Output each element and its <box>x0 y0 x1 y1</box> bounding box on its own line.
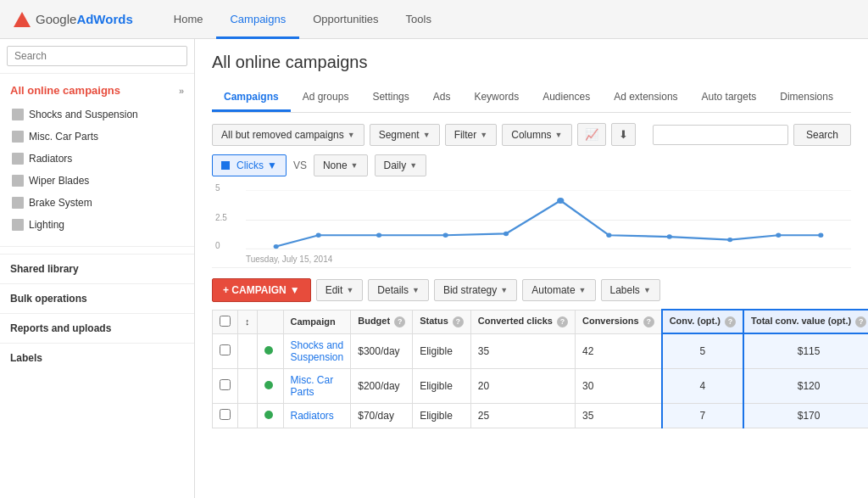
status-col-header: Status ? <box>413 310 471 333</box>
select-all-header <box>213 310 238 333</box>
campaign-icon <box>12 219 24 231</box>
row-checkbox[interactable] <box>220 344 231 355</box>
tab-keywords[interactable]: Keywords <box>462 84 531 112</box>
conversions-header: Conversions ? <box>575 310 661 333</box>
dropdown-caret-icon: ▼ <box>412 286 420 294</box>
conversions-help-icon[interactable]: ? <box>643 316 654 327</box>
table-row: Shocks and Suspension $300/day Eligible … <box>213 333 869 368</box>
add-campaign-button[interactable]: + CAMPAIGN ▼ <box>212 278 311 302</box>
tab-campaigns[interactable]: Campaigns <box>212 84 291 112</box>
conv-opt-cell: 5 <box>662 333 743 368</box>
nav-home[interactable]: Home <box>160 0 217 39</box>
campaigns-table: ↕ Campaign Budget ? Status ? <box>212 309 868 428</box>
budget-help-icon[interactable]: ? <box>394 316 405 327</box>
campaign-icon <box>12 175 24 187</box>
campaign-link[interactable]: Shocks and Suspension <box>291 339 344 363</box>
campaign-link[interactable]: Misc. Car Parts <box>291 374 334 398</box>
status-dot <box>264 346 273 355</box>
total-conv-value-cell: $115 <box>743 333 868 368</box>
sidebar-divider <box>0 246 194 247</box>
bid-strategy-label: Bid strategy <box>443 284 497 296</box>
action-row: + CAMPAIGN ▼ Edit ▼ Details ▼ Bid strate… <box>212 278 851 302</box>
select-all-checkbox[interactable] <box>220 316 231 327</box>
tab-audiences[interactable]: Audiences <box>531 84 602 112</box>
columns-button[interactable]: Columns ▼ <box>502 124 571 146</box>
search-button[interactable]: Search <box>793 124 851 146</box>
row-checkbox[interactable] <box>220 379 231 390</box>
y-label-5: 5 <box>215 183 220 193</box>
tab-ad-extensions[interactable]: Ad extensions <box>602 84 689 112</box>
edit-button[interactable]: Edit ▼ <box>316 279 364 301</box>
sidebar-item-lighting[interactable]: Lighting <box>0 214 194 236</box>
details-button[interactable]: Details ▼ <box>368 279 429 301</box>
row-checkbox[interactable] <box>220 409 231 420</box>
compare-button[interactable]: None ▼ <box>314 154 368 176</box>
sidebar-item-misc[interactable]: Misc. Car Parts <box>0 126 194 148</box>
sidebar-item-shocks[interactable]: Shocks and Suspension <box>0 104 194 126</box>
tab-ad-groups[interactable]: Ad groups <box>291 84 361 112</box>
metric-clicks-button[interactable]: Clicks ▼ <box>212 154 287 176</box>
sidebar-bulk-operations[interactable]: Bulk operations <box>0 283 194 313</box>
search-input[interactable] <box>653 125 788 145</box>
conv-opt-cell: 4 <box>662 368 743 403</box>
conv-opt-help-icon[interactable]: ? <box>725 316 736 327</box>
converted-clicks-help-icon[interactable]: ? <box>557 316 568 327</box>
labels-button[interactable]: Labels ▼ <box>601 279 660 301</box>
dropdown-caret-icon: ▼ <box>555 131 563 139</box>
total-conv-value-cell: $170 <box>743 403 868 428</box>
campaign-link[interactable]: Radiators <box>291 410 334 422</box>
row-checkbox-cell <box>213 333 238 368</box>
tab-dimensions[interactable]: Dimensions <box>768 84 845 112</box>
automate-button[interactable]: Automate ▼ <box>522 279 595 301</box>
sidebar-labels[interactable]: Labels <box>0 343 194 372</box>
period-button[interactable]: Daily ▼ <box>375 154 427 176</box>
metric-label: Clicks <box>236 159 264 171</box>
chart-date-label: Tuesday, July 15, 2014 <box>246 255 332 264</box>
dropdown-caret-icon: ▼ <box>579 286 587 294</box>
budget-header: Budget ? <box>351 310 413 333</box>
dropdown-caret-icon: ▼ <box>351 161 359 170</box>
campaign-icon <box>12 153 24 165</box>
filter-button[interactable]: Filter ▼ <box>445 124 498 146</box>
chart-view-button[interactable]: 📈 <box>577 123 606 146</box>
sidebar-item-radiators[interactable]: Radiators <box>0 148 194 170</box>
sidebar-search-input[interactable] <box>7 46 187 66</box>
budget-cell: $70/day <box>351 403 413 428</box>
status-help-icon[interactable]: ? <box>453 316 464 327</box>
tab-display[interactable]: Displ... <box>845 84 851 112</box>
tab-settings[interactable]: Settings <box>360 84 420 112</box>
labels-label: Labels <box>610 284 640 296</box>
converted-clicks-header: Converted clicks ? <box>470 310 575 333</box>
campaign-icon <box>12 109 24 120</box>
filter-campaigns-button[interactable]: All but removed campaigns ▼ <box>212 124 364 146</box>
tab-auto-targets[interactable]: Auto targets <box>690 84 769 112</box>
conv-opt-header: Conv. (opt.) ? <box>662 310 743 333</box>
svg-point-11 <box>727 238 732 242</box>
converted-clicks-cell: 25 <box>470 403 575 428</box>
y-label-0: 0 <box>215 241 220 250</box>
segment-button[interactable]: Segment ▼ <box>370 124 440 146</box>
converted-clicks-cell: 35 <box>470 333 575 368</box>
total-conv-value-help-icon[interactable]: ? <box>855 316 866 327</box>
sidebar-item-wiper[interactable]: Wiper Blades <box>0 170 194 192</box>
sidebar-item-label: Brake System <box>29 197 92 209</box>
filter-campaigns-label: All but removed campaigns <box>221 129 344 141</box>
tab-ads[interactable]: Ads <box>421 84 463 112</box>
row-status-cell <box>257 368 283 403</box>
details-label: Details <box>377 284 409 296</box>
budget-cell: $200/day <box>351 368 413 403</box>
bid-strategy-button[interactable]: Bid strategy ▼ <box>434 279 517 301</box>
logo-google: Google <box>36 12 76 26</box>
sidebar-shared-library[interactable]: Shared library <box>0 254 194 283</box>
nav-campaigns[interactable]: Campaigns <box>216 0 299 39</box>
nav-tools[interactable]: Tools <box>392 0 445 39</box>
table-row: Radiators $70/day Eligible 25 35 7 $170 … <box>213 403 869 428</box>
nav-opportunities[interactable]: Opportunities <box>299 0 392 39</box>
download-button[interactable]: ⬇ <box>611 123 636 146</box>
status-cell: Eligible <box>413 368 471 403</box>
sidebar-all-campaigns[interactable]: All online campaigns » <box>0 77 194 104</box>
logo-triangle-icon <box>14 12 31 27</box>
sidebar-item-brake[interactable]: Brake System <box>0 192 194 214</box>
row-checkbox-cell <box>213 403 238 428</box>
sidebar-reports[interactable]: Reports and uploads <box>0 313 194 343</box>
